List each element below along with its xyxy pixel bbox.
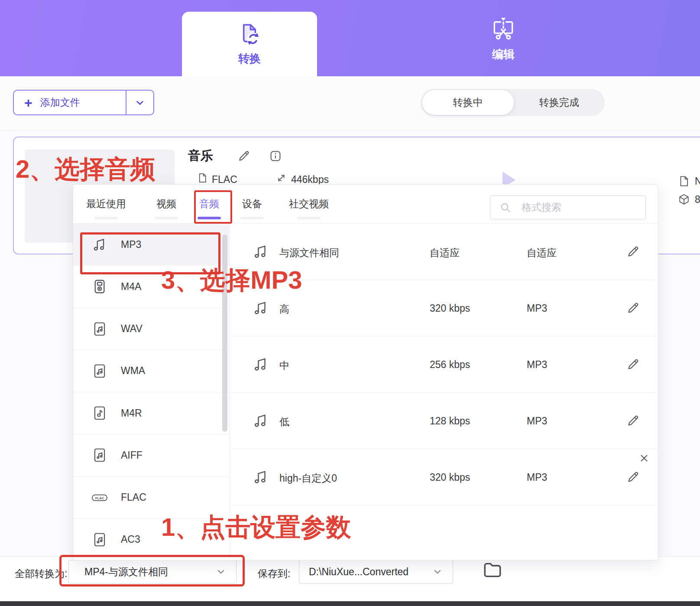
format-label: MP3 (121, 239, 141, 251)
preset-row-5[interactable]: high-自定义0320 kbpsMP3 (230, 449, 658, 505)
preset-bitrate: 320 kbps (430, 303, 470, 314)
preset-name: 与源文件相同 (279, 246, 339, 260)
preset-format: MP3 (527, 415, 547, 427)
bottom-bar: 全部转换为: MP4-与源文件相同 保存到: D:\NiuXue...Conve… (0, 556, 700, 601)
preset-format: MP3 (527, 303, 547, 314)
chevron-down-icon (215, 566, 227, 577)
format-label: M4A (121, 281, 141, 293)
music-note-icon (91, 236, 108, 253)
annotation-step1: 1、点击设置参数 (161, 511, 351, 544)
toolbar: + 添加文件 转换中 转换完成 (0, 76, 700, 131)
close-icon[interactable] (638, 453, 650, 464)
search-icon (499, 201, 512, 214)
output-format-select[interactable]: MP4-与源文件相同 (68, 560, 237, 583)
output-info-text: 8 (695, 194, 700, 205)
preset-bitrate: 256 kbps (430, 359, 470, 371)
tab-edit-label: 编辑 (492, 47, 515, 62)
output-info-text: N (695, 176, 700, 187)
panel-tab-1[interactable]: 最近使用 (86, 185, 126, 223)
add-file-main[interactable]: + 添加文件 (14, 91, 126, 114)
music-note-icon (252, 412, 269, 429)
format-item-mp3[interactable]: MP3 (73, 224, 229, 266)
format-search-box (490, 195, 646, 219)
format-item-m4r[interactable]: M4R (73, 392, 229, 434)
add-file-dropdown-button[interactable] (126, 91, 153, 114)
svg-text:FLAC: FLAC (95, 496, 104, 500)
edit-preset-icon[interactable] (626, 470, 640, 484)
annotation-step2: 2、选择音频 (16, 153, 155, 186)
cube-icon (677, 193, 690, 206)
bitrate-icon (275, 172, 287, 184)
doc-music-icon (91, 447, 108, 463)
format-file-icon (197, 172, 208, 184)
panel-tab-3[interactable]: 音频 (199, 185, 219, 223)
preset-format: MP3 (527, 472, 547, 483)
preset-row-3[interactable]: 中256 kbpsMP3 (230, 336, 658, 393)
add-file-label: 添加文件 (40, 96, 80, 109)
tab-edit[interactable]: 编辑 (438, 6, 568, 71)
conversion-status-toggle: 转换中 转换完成 (421, 89, 605, 116)
panel-tab-2[interactable]: 视频 (156, 185, 176, 223)
convert-file-icon (237, 22, 262, 47)
rename-icon[interactable] (237, 149, 251, 163)
format-search-input[interactable] (522, 202, 630, 213)
preset-name: high-自定义0 (279, 472, 337, 485)
edit-clip-icon (490, 15, 517, 42)
preset-name: 低 (279, 415, 289, 429)
preset-bitrate: 320 kbps (430, 472, 470, 483)
chevron-down-icon (432, 566, 443, 577)
format-label: AIFF (121, 450, 143, 461)
save-path-select[interactable]: D:\NiuXue...Converted (299, 560, 453, 583)
annotation-step3: 3、选择MP3 (161, 264, 302, 297)
preset-format: MP3 (527, 359, 547, 371)
save-path-value: D:\NiuXue...Converted (309, 566, 408, 578)
preset-row-4[interactable]: 低128 kbpsMP3 (230, 393, 658, 449)
doc-music-icon (91, 321, 108, 337)
flac-badge-icon: FLAC (91, 489, 108, 506)
panel-tab-4[interactable]: 设备 (242, 185, 262, 223)
edit-preset-icon[interactable] (626, 301, 640, 315)
music-note-icon (252, 355, 269, 373)
format-label: FLAC (121, 492, 146, 503)
format-label: AC3 (121, 534, 140, 545)
tab-convert-label: 转换 (238, 51, 261, 66)
tab-converting[interactable]: 转换中 (422, 90, 514, 115)
output-format-value: MP4-与源文件相同 (84, 565, 168, 579)
preset-name: 高 (279, 303, 289, 316)
add-file-button[interactable]: + 添加文件 (13, 90, 154, 115)
format-item-aiff[interactable]: AIFF (73, 434, 229, 476)
format-select-panel: 最近使用视频音频设备社交视频 MP3M4AWAVWMAM4RAIFFFLACFL… (73, 184, 658, 560)
doc-music-icon (91, 363, 108, 379)
info-icon[interactable] (269, 149, 282, 163)
output-info-column: N8 (677, 175, 700, 211)
music-note-icon (252, 468, 269, 485)
file-title: 音乐 (188, 147, 213, 165)
music-note-icon (252, 243, 269, 260)
source-bitrate: 446kbps (291, 174, 329, 186)
doc-music-icon (91, 531, 108, 548)
preset-bitrate: 自适应 (430, 246, 460, 260)
edit-preset-icon[interactable] (626, 414, 640, 428)
doc-note-icon (91, 405, 108, 421)
file-icon (677, 175, 690, 188)
format-item-wma[interactable]: WMA (73, 350, 229, 392)
player-icon (91, 278, 108, 295)
tab-converted[interactable]: 转换完成 (514, 96, 605, 109)
preset-format: 自适应 (527, 246, 557, 260)
save-to-label: 保存到: (258, 567, 290, 580)
format-label: M4R (121, 407, 142, 419)
app-header: 转换 编辑 (0, 0, 700, 76)
tab-convert[interactable]: 转换 (182, 12, 317, 76)
panel-tab-5[interactable]: 社交视频 (289, 185, 329, 223)
plus-icon: + (24, 96, 32, 110)
preset-bitrate: 128 kbps (430, 415, 470, 427)
chevron-down-icon (134, 97, 146, 109)
format-item-wav[interactable]: WAV (73, 308, 229, 350)
open-folder-icon[interactable] (482, 559, 503, 581)
edit-preset-icon[interactable] (626, 357, 640, 371)
convert-all-label: 全部转换为: (15, 567, 67, 580)
music-note-icon (252, 299, 269, 316)
format-label: WMA (121, 365, 145, 377)
output-info-row: N (677, 175, 700, 188)
edit-preset-icon[interactable] (626, 244, 640, 259)
